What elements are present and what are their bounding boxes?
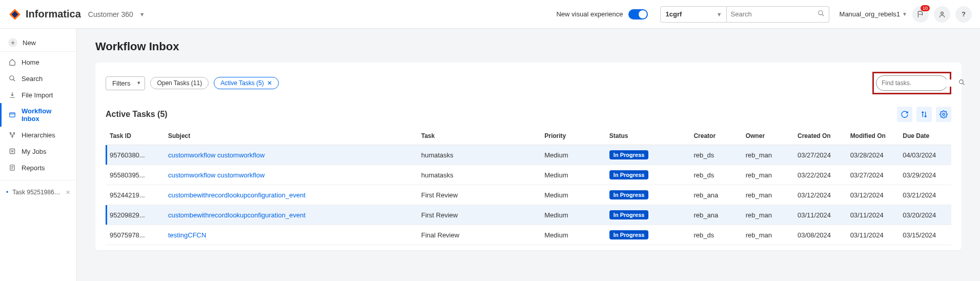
th-creator[interactable]: Creator: [689, 127, 741, 145]
close-icon[interactable]: ✕: [66, 189, 70, 196]
cell-task: First Review: [417, 205, 541, 225]
sidebar-item-workflow-inbox[interactable]: Workflow Inbox: [0, 103, 76, 127]
sort-icon: [920, 110, 928, 118]
global-search-input[interactable]: [731, 10, 818, 18]
global-search[interactable]: [727, 6, 829, 23]
th-due-date[interactable]: Due Date: [899, 127, 951, 145]
table-row[interactable]: 95760380...customworkflow customworkflow…: [106, 145, 951, 165]
search-icon[interactable]: [818, 10, 825, 18]
th-created-on[interactable]: Created On: [793, 127, 846, 145]
cell-task-id: 95580395...: [106, 165, 164, 185]
app-select-value: 1cgrf: [666, 10, 682, 18]
notification-badge: 10: [921, 5, 930, 11]
sidebar-item-file-import[interactable]: File Import: [0, 87, 76, 103]
refresh-button[interactable]: [897, 107, 912, 122]
cell-owner: reb_man: [742, 165, 793, 185]
find-tasks-field[interactable]: [876, 75, 948, 91]
cell-status: In Progress: [605, 165, 690, 185]
find-tasks-input[interactable]: [882, 79, 958, 87]
svg-point-5: [10, 76, 14, 80]
table-row[interactable]: 95075978...testingCFCNFinal ReviewMedium…: [106, 225, 951, 245]
sidebar-item-label: File Import: [22, 91, 53, 99]
gear-icon: [940, 110, 948, 118]
user-button[interactable]: [934, 6, 950, 23]
sidebar-item-hierarchies[interactable]: Hierarchies: [0, 127, 76, 143]
search-icon: [8, 74, 16, 83]
table-row[interactable]: 95244219...custombewithrecordlookupconfi…: [106, 185, 951, 205]
sidebar-item-reports[interactable]: Reports: [0, 159, 76, 176]
sidebar-item-label: Reports: [22, 164, 45, 172]
th-task[interactable]: Task: [417, 127, 541, 145]
cell-due-date: 03/15/2024: [899, 225, 951, 245]
cell-task-id: 95075978...: [106, 225, 164, 245]
org-switcher[interactable]: Manual_org_rebels1 ▼: [840, 10, 907, 18]
th-task-id[interactable]: Task ID: [106, 127, 164, 145]
chevron-down-icon: ▼: [902, 11, 907, 17]
open-tasks-chip[interactable]: Open Tasks (11): [150, 77, 209, 89]
reports-icon: [8, 164, 16, 172]
help-icon: ?: [962, 10, 966, 18]
sidebar-item-search[interactable]: Search: [0, 70, 76, 87]
new-label: New: [23, 39, 36, 47]
cell-modified-on: 03/27/2024: [846, 165, 899, 185]
cell-priority: Medium: [540, 205, 605, 225]
search-icon[interactable]: [958, 79, 965, 87]
th-modified-on[interactable]: Modified On: [846, 127, 899, 145]
cell-task-id: 95244219...: [106, 185, 164, 205]
svg-line-14: [963, 83, 964, 85]
cell-task-id: 95760380...: [106, 145, 164, 165]
cell-priority: Medium: [540, 165, 605, 185]
cell-subject[interactable]: testingCFCN: [164, 225, 417, 245]
sidebar-item-label: Workflow Inbox: [22, 107, 68, 123]
visual-toggle-label: New visual experience: [556, 10, 623, 18]
cell-status: In Progress: [605, 185, 690, 205]
svg-rect-11: [10, 149, 14, 153]
svg-point-15: [943, 113, 945, 115]
svg-point-4: [941, 12, 944, 14]
table-row[interactable]: 95580395...customworkflow customworkflow…: [106, 165, 951, 185]
svg-point-10: [12, 136, 13, 137]
active-tasks-chip-label: Active Tasks (5): [220, 79, 263, 87]
sidebar-item-label: Hierarchies: [22, 131, 55, 139]
cell-subject[interactable]: custombewithrecordlookupconfiguration_ev…: [164, 205, 417, 225]
th-subject[interactable]: Subject: [164, 127, 417, 145]
sidebar-item-my-jobs[interactable]: My Jobs: [0, 143, 76, 159]
sidebar: + New Home Search File Import Workflow I…: [0, 29, 77, 281]
svg-point-13: [959, 80, 964, 84]
cell-subject[interactable]: customworkflow customworkflow: [164, 145, 417, 165]
cell-created-on: 03/22/2024: [793, 165, 846, 185]
sidebar-open-task[interactable]: • Task 952519863... ✕: [0, 185, 76, 200]
svg-rect-7: [10, 113, 15, 117]
help-button[interactable]: ?: [955, 6, 972, 23]
cell-due-date: 03/29/2024: [899, 165, 951, 185]
chevron-down-icon: ▼: [717, 11, 722, 17]
visual-experience-toggle[interactable]: [628, 9, 648, 19]
sort-button[interactable]: [916, 107, 932, 122]
filter-row: Filters Open Tasks (11) Active Tasks (5)…: [106, 72, 951, 94]
status-badge: In Progress: [609, 170, 649, 179]
app-select[interactable]: 1cgrf ▼: [660, 6, 727, 23]
cell-creator: reb_ds: [689, 165, 741, 185]
settings-button[interactable]: [936, 107, 951, 122]
th-status[interactable]: Status: [605, 127, 690, 145]
cell-priority: Medium: [540, 185, 605, 205]
cell-subject[interactable]: custombewithrecordlookupconfiguration_ev…: [164, 185, 417, 205]
th-owner[interactable]: Owner: [742, 127, 793, 145]
notifications-button[interactable]: 10: [912, 6, 929, 23]
new-button[interactable]: + New: [0, 34, 76, 52]
cell-due-date: 04/03/2024: [899, 145, 951, 165]
sidebar-item-home[interactable]: Home: [0, 54, 76, 70]
table-row[interactable]: 95209829...custombewithrecordlookupconfi…: [106, 205, 951, 225]
informatica-logo-icon: [8, 8, 22, 21]
user-icon: [938, 11, 946, 18]
sidebar-item-label: My Jobs: [22, 148, 46, 155]
close-icon[interactable]: ✕: [267, 79, 272, 87]
chevron-down-icon[interactable]: ▼: [139, 11, 145, 17]
cell-subject[interactable]: customworkflow customworkflow: [164, 165, 417, 185]
logo-area: Informatica Customer 360 ▼: [8, 8, 145, 21]
cell-task: Final Review: [417, 225, 541, 245]
cell-due-date: 03/20/2024: [899, 205, 951, 225]
active-tasks-chip[interactable]: Active Tasks (5) ✕: [214, 77, 278, 89]
filters-dropdown[interactable]: Filters: [106, 76, 145, 90]
th-priority[interactable]: Priority: [540, 127, 605, 145]
